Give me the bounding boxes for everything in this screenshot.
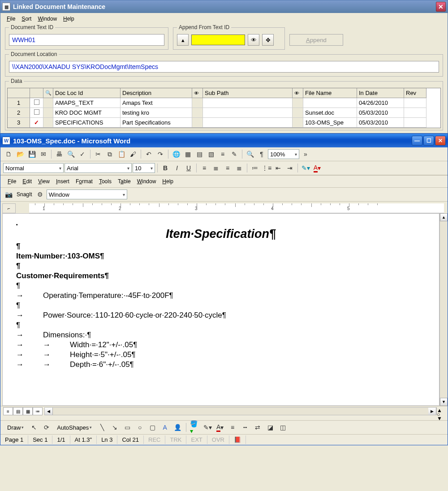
line-icon[interactable]: ╲ bbox=[97, 422, 108, 433]
dropdown-button[interactable]: ▴ bbox=[177, 34, 189, 46]
horizontal-ruler[interactable]: 12345 bbox=[29, 203, 444, 213]
copy-icon[interactable]: ⧉ bbox=[104, 149, 115, 159]
hyperlink-icon[interactable]: 🌐 bbox=[171, 149, 181, 159]
menu-file[interactable]: File bbox=[4, 15, 18, 23]
textbox-icon[interactable]: ▢ bbox=[147, 422, 158, 433]
vertical-scrollbar[interactable]: ▲ ▼ bbox=[439, 213, 448, 406]
excel-icon[interactable]: ▧ bbox=[206, 149, 216, 159]
rect-icon[interactable]: ▭ bbox=[122, 422, 133, 433]
minimize-button[interactable]: — bbox=[412, 136, 422, 146]
insert-table-icon[interactable]: ▤ bbox=[194, 149, 205, 159]
save-icon[interactable]: 💾 bbox=[26, 149, 37, 159]
line-style-icon[interactable]: ≡ bbox=[227, 422, 238, 433]
col-rev[interactable]: Rev bbox=[404, 88, 426, 98]
tables-icon[interactable]: ▦ bbox=[182, 149, 193, 159]
word-titlebar[interactable]: W 103-OMS_Spec.doc - Microsoft Word — ☐ … bbox=[0, 134, 448, 147]
pilcrow-icon[interactable]: ¶ bbox=[256, 149, 267, 159]
oval-icon[interactable]: ○ bbox=[134, 422, 145, 433]
status-ovr[interactable]: OVR bbox=[207, 435, 229, 444]
append-from-input[interactable] bbox=[191, 34, 245, 45]
horizontal-scrollbar[interactable]: ◀ ▶ bbox=[44, 407, 437, 415]
arrow-style-icon[interactable]: ⇄ bbox=[252, 422, 263, 433]
col-date[interactable]: In Date bbox=[357, 88, 404, 98]
map-icon[interactable]: 🔍 bbox=[245, 149, 255, 159]
select-icon[interactable]: ↖ bbox=[29, 422, 39, 433]
arrow-icon[interactable]: ↘ bbox=[109, 422, 120, 433]
next-page-icon[interactable]: ▼ bbox=[437, 415, 445, 419]
status-trk[interactable]: TRK bbox=[165, 435, 186, 444]
clipart-icon[interactable]: 👤 bbox=[172, 422, 183, 433]
autoshapes-menu[interactable]: AutoShapes bbox=[54, 423, 95, 432]
menu-sort[interactable]: Sort bbox=[19, 15, 34, 23]
doc-location-input[interactable] bbox=[9, 61, 439, 73]
menu-help[interactable]: Help bbox=[60, 15, 77, 23]
3d-icon[interactable]: ◫ bbox=[277, 422, 288, 433]
fill-color-icon[interactable]: 🪣▾ bbox=[190, 422, 200, 433]
menu-file[interactable]: File bbox=[5, 177, 19, 185]
settings-icon[interactable]: ⚙ bbox=[35, 189, 46, 200]
binoculars-icon[interactable]: 👁 bbox=[248, 34, 259, 46]
undo-icon[interactable]: ↶ bbox=[143, 149, 154, 159]
status-ext[interactable]: EXT bbox=[186, 435, 207, 444]
table-row[interactable]: 3✓SPECIFICATIONSPart Specifications103-O… bbox=[8, 118, 440, 128]
scroll-right-icon[interactable]: ▶ bbox=[428, 408, 436, 415]
web-view-icon[interactable]: ▤ bbox=[13, 407, 23, 415]
dash-style-icon[interactable]: ┅ bbox=[240, 422, 250, 433]
menu-edit[interactable]: Edit bbox=[20, 177, 34, 185]
prev-page-icon[interactable]: ▲ bbox=[437, 407, 445, 411]
rotate-icon[interactable]: ⟳ bbox=[41, 422, 52, 433]
size-combo[interactable]: 10 bbox=[133, 163, 155, 173]
menu-tools[interactable]: Tools bbox=[96, 177, 114, 185]
cut-icon[interactable]: ✂ bbox=[93, 149, 103, 159]
shadow-icon[interactable]: ◪ bbox=[265, 422, 276, 433]
bold-button[interactable]: B bbox=[160, 163, 171, 173]
menu-table[interactable]: Table bbox=[115, 177, 134, 185]
binoculars-icon[interactable]: 👁 bbox=[294, 90, 299, 96]
open-icon[interactable]: 📂 bbox=[15, 149, 26, 159]
align-right-icon[interactable]: ≡ bbox=[222, 163, 233, 173]
menu-help[interactable]: Help bbox=[159, 177, 176, 185]
document-page[interactable]: ▪ Item·Specification¶ ¶ Item·Number:·103… bbox=[2, 213, 439, 406]
scroll-left-icon[interactable]: ◀ bbox=[45, 408, 53, 415]
table-row[interactable]: 1AMAPS_TEXTAmaps Text04/26/2010 bbox=[8, 98, 440, 108]
maximize-button[interactable]: ☐ bbox=[423, 136, 434, 146]
normal-view-icon[interactable]: ≡ bbox=[3, 407, 13, 415]
font-combo[interactable]: Arial bbox=[65, 163, 132, 173]
scroll-down-icon[interactable]: ▼ bbox=[440, 398, 448, 406]
menu-window[interactable]: Window bbox=[134, 177, 159, 185]
align-center-icon[interactable]: ≣ bbox=[211, 163, 221, 173]
scroll-up-icon[interactable]: ▲ bbox=[440, 213, 448, 221]
doc-text-id-input[interactable] bbox=[9, 34, 164, 46]
draw-menu[interactable]: Draw bbox=[4, 423, 27, 432]
camera-icon[interactable]: 📷 bbox=[3, 189, 14, 200]
outline-view-icon[interactable]: ≔ bbox=[33, 407, 43, 415]
spell-icon[interactable]: ✓ bbox=[77, 149, 88, 159]
highlight-icon[interactable]: ✎▾ bbox=[300, 163, 311, 173]
italic-button[interactable]: I bbox=[172, 163, 182, 173]
mail-icon[interactable]: ✉ bbox=[38, 149, 49, 159]
indent-icon[interactable]: ⇥ bbox=[284, 163, 295, 173]
line-color-icon[interactable]: ✎▾ bbox=[202, 422, 213, 433]
col-desc[interactable]: Description bbox=[121, 88, 192, 98]
menu-insert[interactable]: Insert bbox=[53, 177, 72, 185]
col-sub[interactable]: Sub Path bbox=[203, 88, 293, 98]
font-color-icon[interactable]: A▾ bbox=[215, 422, 225, 433]
snagit-combo[interactable]: Window bbox=[47, 190, 127, 199]
table-row[interactable]: 2KRO DOC MGMTtesting kroSunset.doc05/03/… bbox=[8, 108, 440, 118]
status-book-icon[interactable]: 📕 bbox=[229, 435, 246, 444]
preview-icon[interactable]: 🔍 bbox=[65, 149, 76, 159]
col-fn[interactable]: File Name bbox=[303, 88, 357, 98]
font-color-icon[interactable]: A▾ bbox=[312, 163, 323, 173]
underline-button[interactable]: U bbox=[183, 163, 194, 173]
menu-format[interactable]: Format bbox=[73, 177, 95, 185]
format-painter-icon[interactable]: 🖌 bbox=[128, 149, 138, 159]
bullets-icon[interactable]: ⋮≡ bbox=[261, 163, 272, 173]
justify-icon[interactable]: ≣ bbox=[234, 163, 245, 173]
zoom-combo[interactable]: 100% bbox=[268, 149, 299, 159]
new-icon[interactable]: 🗋 bbox=[3, 149, 14, 159]
data-grid[interactable]: 🔍 Doc Loc Id Description 👁 Sub Path 👁 Fi… bbox=[7, 88, 441, 128]
menu-window[interactable]: Window bbox=[35, 15, 60, 23]
print-view-icon[interactable]: ▦ bbox=[23, 407, 33, 415]
close-button[interactable]: ✕ bbox=[436, 2, 446, 12]
more-icon[interactable]: » bbox=[300, 149, 311, 159]
